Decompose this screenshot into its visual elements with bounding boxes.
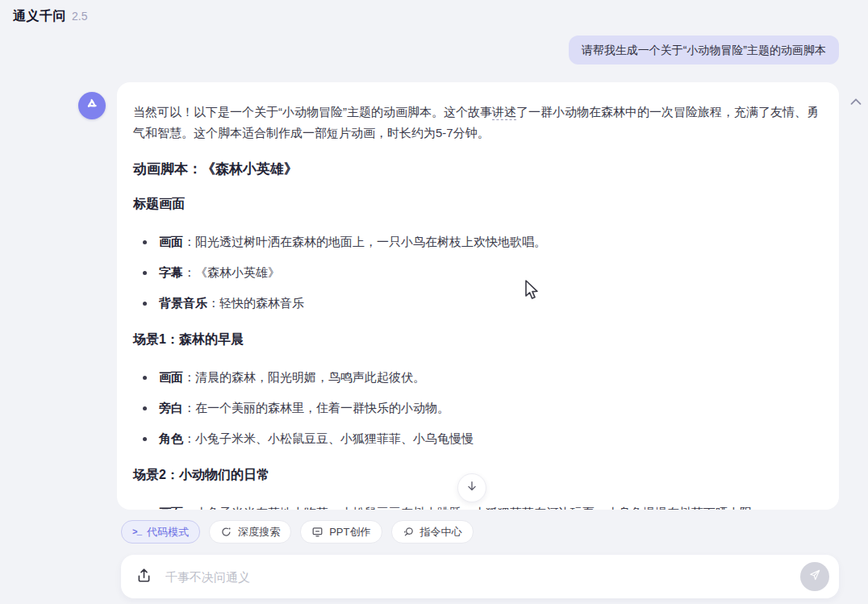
paper-plane-icon — [807, 568, 822, 585]
pill-label: PPT创作 — [329, 525, 370, 539]
composer — [121, 555, 839, 598]
section-heading-scene-1: 场景1：森林的早晨 — [133, 331, 823, 348]
send-button[interactable] — [800, 562, 829, 591]
bullet-list: 画面：小兔子米米在草地上吃草，小松鼠豆豆在树上跳跃，小狐狸菲菲在河边玩耍，小乌龟… — [133, 502, 823, 510]
app-title: 通义千问 — [13, 8, 66, 25]
assistant-message-card: 当然可以！以下是一个关于“小动物冒险”主题的动画脚本。这个故事讲述了一群小动物在… — [117, 82, 839, 510]
terminal-icon: >_ — [132, 527, 141, 537]
list-item: 背景音乐：轻快的森林音乐 — [156, 293, 823, 314]
list-item: 字幕：《森林小英雄》 — [156, 262, 823, 283]
collapse-message-button[interactable] — [847, 94, 865, 111]
ppt-create-button[interactable]: PPT创作 — [300, 520, 382, 544]
intro-underlined-text: 讲述 — [492, 105, 516, 120]
list-item: 旁白：在一个美丽的森林里，住着一群快乐的小动物。 — [156, 398, 823, 419]
arrow-down-icon — [465, 479, 479, 497]
script-title-heading: 动画脚本：《森林小英雄》 — [133, 160, 823, 178]
scroll-to-bottom-button[interactable] — [457, 473, 486, 502]
list-item: 画面：小兔子米米在草地上吃草，小松鼠豆豆在树上跳跃，小狐狸菲菲在河边玩耍，小乌龟… — [156, 502, 823, 510]
monitor-icon — [311, 526, 323, 538]
bullet-list: 画面：阳光透过树叶洒在森林的地面上，一只小鸟在树枝上欢快地歌唱。 字幕：《森林小… — [133, 231, 823, 314]
chevron-up-icon — [847, 100, 865, 114]
message-input[interactable] — [164, 569, 790, 585]
assistant-avatar — [78, 92, 106, 119]
qwen-logo-icon — [84, 96, 100, 115]
deep-search-icon — [220, 526, 232, 538]
upload-button[interactable] — [134, 567, 153, 586]
pill-label: 代码模式 — [147, 525, 189, 539]
pill-label: 指令中心 — [420, 525, 462, 539]
intro-text: 当然可以！以下是一个关于“小动物冒险”主题的动画脚本。这个故事 — [133, 105, 492, 119]
section-heading-title-frame: 标题画面 — [133, 196, 823, 212]
command-center-icon — [403, 526, 415, 538]
command-center-button[interactable]: 指令中心 — [391, 520, 474, 544]
list-item: 角色：小兔子米米、小松鼠豆豆、小狐狸菲菲、小乌龟慢慢 — [156, 428, 823, 449]
list-item: 画面：阳光透过树叶洒在森林的地面上，一只小鸟在树枝上欢快地歌唱。 — [156, 231, 823, 252]
list-item: 画面：清晨的森林，阳光明媚，鸟鸣声此起彼伏。 — [156, 367, 823, 388]
code-mode-button[interactable]: >_ 代码模式 — [121, 520, 200, 544]
bullet-list: 画面：清晨的森林，阳光明媚，鸟鸣声此起彼伏。 旁白：在一个美丽的森林里，住着一群… — [133, 367, 823, 449]
deep-search-button[interactable]: 深度搜索 — [209, 520, 291, 544]
pill-label: 深度搜索 — [238, 525, 280, 539]
upload-icon — [136, 567, 152, 587]
app-header: 通义千问 2.5 — [13, 8, 87, 25]
app-version-badge: 2.5 — [72, 10, 87, 23]
assistant-intro-paragraph: 当然可以！以下是一个关于“小动物冒险”主题的动画脚本。这个故事讲述了一群小动物在… — [133, 102, 823, 143]
user-message-bubble: 请帮我生成一个关于“小动物冒险”主题的动画脚本 — [569, 35, 839, 65]
shortcut-toolbar: >_ 代码模式 深度搜索 PPT创作 指令中心 — [121, 520, 474, 544]
